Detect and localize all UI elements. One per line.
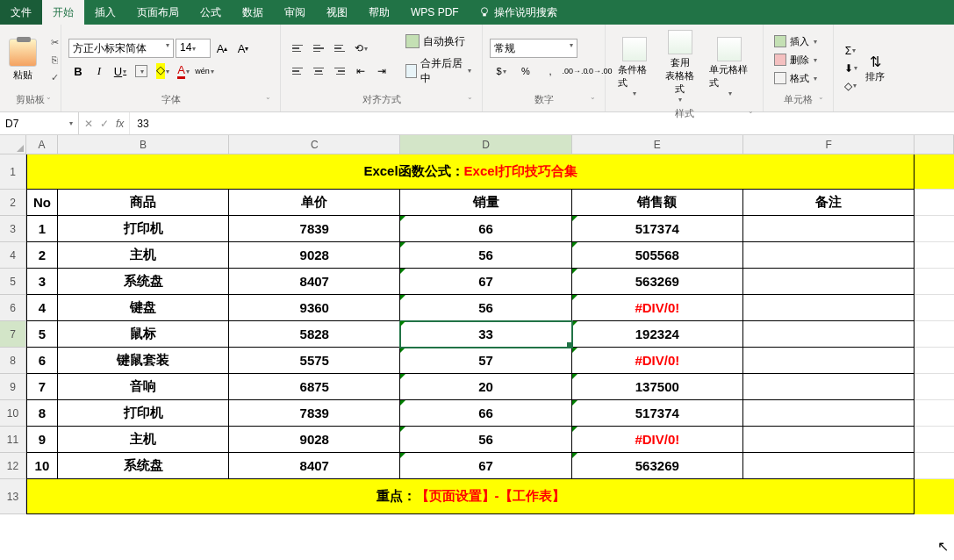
header-cell-C[interactable]: 单价	[229, 190, 400, 216]
cell-A3[interactable]: 1	[26, 216, 58, 242]
name-box[interactable]: D7▾	[0, 112, 79, 134]
formula-input[interactable]	[130, 112, 954, 134]
cell-D6[interactable]: 56	[400, 295, 571, 321]
cell-D8[interactable]: 57	[400, 348, 571, 374]
delete-cells-button[interactable]: 删除▾	[771, 52, 821, 68]
percent-button[interactable]: %	[514, 61, 537, 81]
wrap-text-button[interactable]: 自动换行	[402, 32, 475, 51]
cell-E4[interactable]: 505568	[572, 242, 743, 269]
tab-insert[interactable]: 插入	[84, 0, 126, 25]
cell-A6[interactable]: 4	[26, 295, 58, 321]
col-header-D[interactable]: D	[400, 135, 571, 154]
increase-font-button[interactable]: A▴	[212, 39, 232, 58]
insert-cells-button[interactable]: 插入▾	[771, 33, 821, 50]
cell-C4[interactable]: 9028	[229, 242, 400, 269]
cell-C8[interactable]: 5575	[229, 348, 400, 374]
cell-B4[interactable]: 主机	[58, 242, 229, 269]
row-header-7[interactable]: 7	[0, 321, 26, 348]
row-header-4[interactable]: 4	[0, 242, 26, 269]
cell-B8[interactable]: 键鼠套装	[58, 348, 229, 374]
cell-F10[interactable]	[743, 400, 915, 427]
col-header-B[interactable]: B	[58, 135, 229, 154]
underline-button[interactable]: U▾	[111, 61, 130, 81]
cell-E10[interactable]: 517374	[572, 400, 743, 427]
align-right-button[interactable]	[330, 61, 349, 81]
align-center-button[interactable]	[309, 61, 328, 81]
cell-D7[interactable]: 33	[400, 321, 571, 348]
bold-button[interactable]: B	[68, 61, 88, 81]
cell-B3[interactable]: 打印机	[58, 216, 229, 242]
cell-D9[interactable]: 20	[400, 374, 571, 400]
cell-A11[interactable]: 9	[26, 427, 58, 453]
decrease-indent-button[interactable]: ⇤	[351, 61, 370, 81]
cell-F8[interactable]	[743, 348, 915, 374]
cell-C11[interactable]: 9028	[229, 427, 400, 453]
font-name-select[interactable]: 方正小标宋简体▾	[68, 39, 174, 58]
cancel-formula-button[interactable]: ✕	[84, 118, 93, 130]
comma-button[interactable]: ,	[539, 61, 562, 81]
align-left-button[interactable]	[288, 61, 307, 81]
cell-F9[interactable]	[743, 374, 915, 400]
font-color-button[interactable]: A▾	[174, 61, 193, 81]
cell-E6[interactable]: #DIV/0!	[572, 295, 743, 321]
row-header-6[interactable]: 6	[0, 295, 26, 321]
row-header-9[interactable]: 9	[0, 374, 26, 400]
font-size-select[interactable]: 14▾	[176, 39, 211, 58]
col-header-G[interactable]	[915, 135, 954, 154]
align-top-button[interactable]	[288, 39, 307, 58]
paste-button[interactable]: 粘贴	[7, 37, 39, 83]
tab-wps[interactable]: WPS PDF	[400, 0, 470, 25]
col-header-C[interactable]: C	[229, 135, 400, 154]
cell-A10[interactable]: 8	[26, 400, 58, 427]
cell-E5[interactable]: 563269	[572, 269, 743, 295]
cell-A4[interactable]: 2	[26, 242, 58, 269]
merge-center-button[interactable]: 合并后居中▾	[402, 54, 475, 88]
row-header-13[interactable]: 13	[0, 479, 26, 514]
row-header-12[interactable]: 12	[0, 453, 26, 479]
conditional-format-button[interactable]: 条件格式▾	[613, 35, 656, 99]
cell-D3[interactable]: 66	[400, 216, 571, 242]
header-cell-F[interactable]: 备注	[743, 190, 915, 216]
cell-E12[interactable]: 563269	[572, 453, 743, 479]
cell-D11[interactable]: 56	[400, 427, 571, 453]
cell-C12[interactable]: 8407	[229, 453, 400, 479]
footer-cell[interactable]: 重点：【页面设置】-【工作表】	[26, 479, 915, 514]
cell-B7[interactable]: 鼠标	[58, 321, 229, 348]
decrease-font-button[interactable]: A▾	[233, 39, 253, 58]
header-cell-B[interactable]: 商品	[58, 190, 229, 216]
cut-button[interactable]: ✂	[46, 34, 63, 50]
cell-D5[interactable]: 67	[400, 269, 571, 295]
cell-C5[interactable]: 8407	[229, 269, 400, 295]
cell-E9[interactable]: 137500	[572, 374, 743, 400]
row-header-5[interactable]: 5	[0, 269, 26, 295]
border-button[interactable]: ▾	[135, 65, 147, 77]
row-header-2[interactable]: 2	[0, 190, 26, 216]
accounting-format-button[interactable]: $▾	[490, 61, 513, 81]
row-header-8[interactable]: 8	[0, 348, 26, 374]
sort-filter-button[interactable]: ⇅排序	[862, 52, 888, 85]
cell-E11[interactable]: #DIV/0!	[572, 427, 743, 453]
cell-B5[interactable]: 系统盘	[58, 269, 229, 295]
cell-D12[interactable]: 67	[400, 453, 571, 479]
align-bottom-button[interactable]	[330, 39, 349, 58]
fx-button[interactable]: fx	[116, 118, 124, 130]
format-painter-button[interactable]: ✓	[46, 69, 63, 85]
cell-B9[interactable]: 音响	[58, 374, 229, 400]
accept-formula-button[interactable]: ✓	[100, 118, 109, 130]
cell-D10[interactable]: 66	[400, 400, 571, 427]
row-header-11[interactable]: 11	[0, 427, 26, 453]
col-header-E[interactable]: E	[572, 135, 743, 154]
cell-B6[interactable]: 键盘	[58, 295, 229, 321]
header-cell-D[interactable]: 销量	[400, 190, 571, 216]
tab-file[interactable]: 文件	[0, 0, 42, 25]
cell-C7[interactable]: 5828	[229, 321, 400, 348]
copy-button[interactable]: ⎘	[46, 52, 63, 68]
increase-indent-button[interactable]: ⇥	[372, 61, 391, 81]
cell-E7[interactable]: 192324	[572, 321, 743, 348]
cell-A8[interactable]: 6	[26, 348, 58, 374]
cell-B11[interactable]: 主机	[58, 427, 229, 453]
cell-C6[interactable]: 9360	[229, 295, 400, 321]
cell-C10[interactable]: 7839	[229, 400, 400, 427]
align-middle-button[interactable]	[309, 39, 328, 58]
cell-E8[interactable]: #DIV/0!	[572, 348, 743, 374]
